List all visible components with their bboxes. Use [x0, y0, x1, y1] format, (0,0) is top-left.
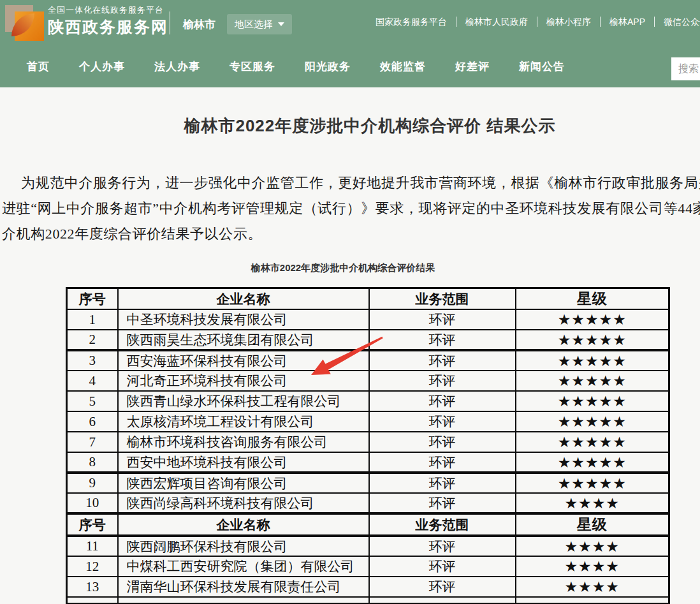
- nav-item[interactable]: 个人办事: [79, 59, 125, 74]
- site-logo-icon: [5, 5, 45, 41]
- top-link[interactable]: 国家政务服务平台: [367, 17, 456, 27]
- cell-name: 太原核清环境工程设计有限公司: [118, 411, 369, 432]
- chevron-down-icon: [278, 22, 284, 26]
- column-header-scope: 业务范围: [369, 288, 516, 310]
- current-city-label: 榆林市: [183, 17, 215, 32]
- star-rating: ★★★★★: [516, 432, 669, 452]
- cell-name: 中煤科工西安研究院（集团）有限公司: [118, 556, 369, 577]
- table-row: 9陕西宏辉项目咨询有限公司环评★★★★★: [67, 473, 669, 493]
- cell-no: 5: [67, 391, 118, 411]
- table-header-row: 序号企业名称业务范围星级: [67, 513, 669, 536]
- header-divider: [170, 11, 170, 34]
- star-rating: ★★★★★: [516, 350, 669, 371]
- column-header-name: 企业名称: [118, 513, 369, 536]
- site-name: 陕西政务服务网: [48, 19, 168, 35]
- top-link[interactable]: 榆林市人民政府: [456, 17, 537, 27]
- column-header-name: 企业名称: [118, 288, 369, 310]
- nav-item[interactable]: 效能监督: [380, 59, 426, 74]
- table-row: 5陕西青山绿水环保科技工程有限公司环评★★★★★: [67, 391, 669, 411]
- cell-name: 陕西阔鹏环保科技有限公司: [118, 536, 369, 556]
- nav-item[interactable]: 专区服务: [230, 59, 275, 74]
- cell-no: 8: [67, 452, 118, 473]
- top-link[interactable]: 榆林APP: [600, 17, 654, 27]
- region-select-label: 地区选择: [235, 18, 273, 31]
- table-row: 6太原核清环境工程设计有限公司环评★★★★★: [67, 411, 669, 432]
- star-rating: ★★★★: [516, 577, 669, 597]
- cell-scope: 环评: [369, 309, 516, 330]
- cell-scope: 环评: [369, 577, 516, 597]
- nav-item[interactable]: 阳光政务: [305, 59, 351, 74]
- star-rating: ★★★★★: [516, 473, 669, 493]
- star-rating: ★★★★★: [516, 391, 669, 411]
- star-rating: ★★★★: [516, 556, 669, 577]
- annotation-arrow: [281, 328, 408, 386]
- star-rating: ★★★★★: [516, 452, 669, 473]
- nav-item[interactable]: 法人办事: [154, 59, 200, 74]
- table-row-partial: [67, 597, 669, 603]
- star-rating: ★★★★★: [516, 330, 669, 350]
- search-input[interactable]: [671, 57, 700, 80]
- paragraph-line: 介机构2022年度综合评价结果予以公示。: [2, 221, 700, 247]
- table-row: 7榆林市环境科技咨询服务有限公司环评★★★★★: [67, 432, 669, 452]
- region-select-button[interactable]: 地区选择: [227, 14, 292, 34]
- column-header-no: 序号: [67, 288, 118, 310]
- cell-no: 9: [67, 473, 118, 493]
- cell-no: 12: [67, 556, 118, 577]
- platform-tagline: 全国一体化在线政务服务平台: [48, 6, 168, 14]
- column-header-stars: 星级: [516, 288, 669, 310]
- cell-no: 1: [67, 309, 118, 330]
- main-nav: 首页个人办事法人办事专区服务阳光政务效能监督好差评新闻公告: [0, 46, 700, 87]
- top-links: 国家政务服务平台榆林市人民政府榆林小程序榆林APP微信公众号注册: [367, 15, 700, 27]
- nav-item[interactable]: 新闻公告: [519, 59, 565, 74]
- cell-name: 陕西尚绿高科环境科技有限公司: [118, 493, 369, 513]
- star-rating: ★★★★★: [516, 309, 669, 330]
- cell-no: 10: [67, 493, 118, 513]
- nav-item[interactable]: 好差评: [455, 59, 490, 74]
- cell-scope: 环评: [369, 432, 516, 452]
- cell-no: 7: [67, 432, 118, 452]
- cell-scope: 环评: [369, 493, 516, 513]
- cell-no: 2: [67, 330, 118, 350]
- table-header-row: 序号企业名称业务范围星级: [67, 288, 669, 310]
- cell-no: 6: [67, 411, 118, 432]
- cell-scope: 环评: [369, 391, 516, 411]
- table-caption: 榆林市2022年度涉批中介机构综合评价结果: [0, 262, 700, 274]
- table-row: 12中煤科工西安研究院（集团）有限公司环评★★★★: [67, 556, 669, 577]
- cell-no: 4: [67, 371, 118, 391]
- table-row: 1中圣环境科技发展有限公司环评★★★★★: [67, 309, 669, 330]
- cell-scope: 环评: [369, 452, 516, 473]
- page-title: 榆林市2022年度涉批中介机构综合评价 结果公示: [0, 116, 700, 135]
- star-rating: ★★★★★: [516, 411, 669, 432]
- announcement-paragraph: 为规范中介服务行为，进一步强化中介监管工作，更好地提升我市营商环境，根据《榆林市…: [2, 170, 700, 247]
- column-header-scope: 业务范围: [369, 513, 516, 536]
- top-link[interactable]: 榆林小程序: [537, 17, 600, 27]
- cell-name: 陕西宏辉项目咨询有限公司: [118, 473, 369, 493]
- cell-scope: 环评: [369, 556, 516, 577]
- site-header: 全国一体化在线政务服务平台 陕西政务服务网 榆林市 地区选择 国家政务服务平台榆…: [0, 0, 700, 87]
- cell-no: 3: [67, 350, 118, 371]
- top-bar: 全国一体化在线政务服务平台 陕西政务服务网 榆林市 地区选择 国家政务服务平台榆…: [0, 0, 700, 46]
- cell-no: 13: [67, 577, 118, 597]
- table-row: 10陕西尚绿高科环境科技有限公司环评★★★★: [67, 493, 669, 513]
- cell-name: 榆林市环境科技咨询服务有限公司: [118, 432, 369, 452]
- cell-scope: 环评: [369, 536, 516, 556]
- paragraph-line: 进驻“网上中介服务超市”中介机构考评管理规定（试行）》要求，现将评定的中圣环境科…: [2, 196, 700, 221]
- paragraph-line: 为规范中介服务行为，进一步强化中介监管工作，更好地提升我市营商环境，根据《榆林市…: [2, 170, 700, 196]
- star-rating: ★★★★★: [516, 371, 669, 391]
- nav-item[interactable]: 首页: [27, 59, 50, 74]
- cell-scope: 环评: [369, 473, 516, 493]
- government-portal-page: { "header": { "platform_tagline": "全国一体化…: [0, 0, 700, 604]
- cell-no: 11: [67, 536, 118, 556]
- cell-name: 西安中地环境科技有限公司: [118, 452, 369, 473]
- cell-name: 陕西青山绿水环保科技工程有限公司: [118, 391, 369, 411]
- star-rating: ★★★★: [516, 493, 669, 513]
- cell-name: 中圣环境科技发展有限公司: [118, 309, 369, 330]
- table-row: 11陕西阔鹏环保科技有限公司环评★★★★: [67, 536, 669, 556]
- star-rating: ★★★★: [516, 536, 669, 556]
- column-header-stars: 星级: [516, 513, 669, 536]
- brand-block: 全国一体化在线政务服务平台 陕西政务服务网: [48, 6, 168, 35]
- top-link[interactable]: 微信公众号: [654, 17, 700, 27]
- cell-name: 渭南华山环保科技发展有限责任公司: [118, 577, 369, 597]
- table-row: 8西安中地环境科技有限公司环评★★★★★: [67, 452, 669, 473]
- cell-scope: 环评: [369, 411, 516, 432]
